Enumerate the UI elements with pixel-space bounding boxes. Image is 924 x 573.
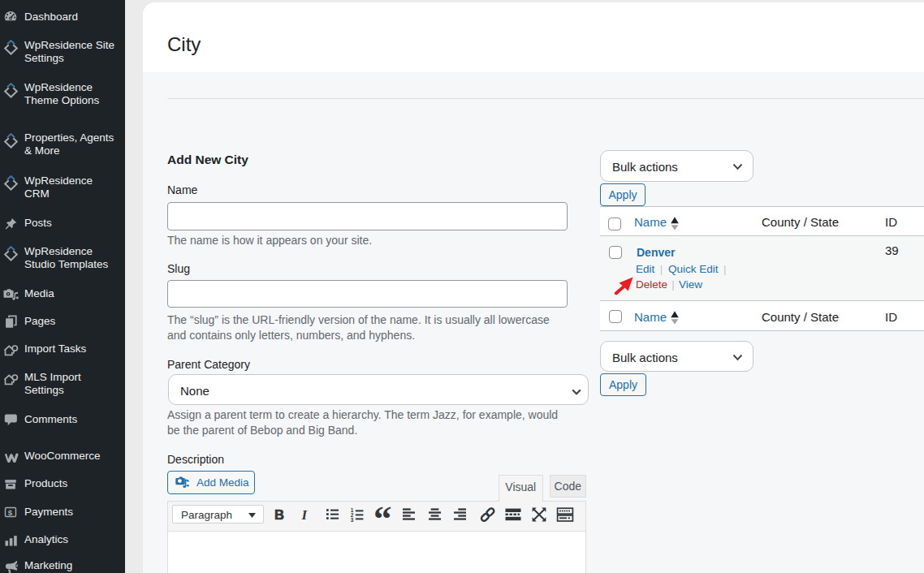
svg-text:B: B bbox=[274, 507, 284, 522]
svg-text:“: “ bbox=[373, 506, 392, 523]
svg-text:$: $ bbox=[8, 507, 13, 516]
svg-text:I: I bbox=[300, 507, 308, 523]
svg-text:3: 3 bbox=[350, 517, 353, 523]
